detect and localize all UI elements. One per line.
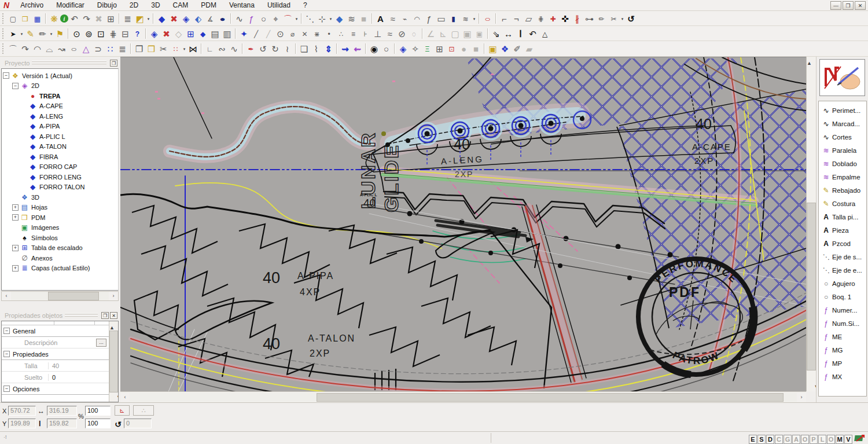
menu-item[interactable]: 2D	[123, 0, 145, 10]
intersect-dash-button[interactable]: ⋇	[311, 28, 323, 39]
tree-item[interactable]: ◆ A-LENG	[2, 111, 118, 122]
tree-item[interactable]: ▣ Imágenes	[2, 223, 118, 233]
node-edit-button[interactable]: ⊹	[316, 13, 328, 24]
piece-point-button[interactable]: ◆	[197, 28, 209, 39]
property-value[interactable]: 40	[49, 362, 109, 369]
canvas-vscrollbar[interactable]: ▲ ▼	[806, 57, 816, 391]
property-row[interactable]: Talla 40	[2, 360, 109, 372]
tool-splice[interactable]: ≋ Empalme	[821, 170, 866, 184]
help-doc-button[interactable]: ?	[131, 28, 144, 39]
corner-round-2-button[interactable]: ↷	[19, 43, 31, 54]
cut-scissors-button[interactable]: ✂	[157, 43, 170, 54]
spacing-table-button[interactable]: ≣	[116, 43, 128, 54]
red-nodes-button[interactable]: ∷	[170, 43, 182, 54]
transform-ref-button[interactable]: ▣	[473, 28, 486, 39]
x-coordinate-field[interactable]: 570.72	[8, 406, 36, 416]
tree-item[interactable]: + ▤ Hojas	[2, 203, 118, 213]
tool-num-si[interactable]: ƒ Num.Si...	[821, 317, 866, 330]
menu-item[interactable]: Dibujo	[91, 0, 123, 10]
axis-point-button[interactable]: ⌀	[286, 28, 299, 39]
wave-small-button[interactable]: ≈	[384, 28, 396, 39]
scroll-thumb[interactable]	[807, 203, 816, 370]
zoom-x-field[interactable]: 100	[85, 406, 111, 416]
tree-expand-toggle[interactable]: +	[12, 265, 19, 271]
scroll-down-arrow-icon[interactable]: ▼	[115, 393, 119, 402]
panel-dock-button[interactable]: ❐	[110, 60, 117, 67]
new-file-button[interactable]: ▢	[7, 13, 19, 24]
mode-letter-toggle[interactable]: V	[844, 435, 852, 444]
wave-arrows-button[interactable]: ≀	[281, 43, 293, 54]
ruler-marks-button[interactable]: ⋕	[535, 13, 547, 24]
property-row[interactable]: − Propiedades	[2, 348, 109, 360]
magnify-light-button[interactable]: ○	[380, 43, 392, 54]
d-mark-button[interactable]: ⊃	[92, 43, 104, 54]
pin-button[interactable]: ✦	[238, 28, 250, 39]
menu-item[interactable]: Ventana	[223, 0, 261, 10]
mode-letter-toggle[interactable]: C	[775, 435, 783, 444]
node-edit-caret[interactable]: ▾	[328, 13, 333, 24]
copy-button[interactable]: ❐	[133, 43, 145, 54]
piece-prev-button[interactable]: ◇	[172, 28, 185, 39]
panel-dock-button[interactable]: ❐	[101, 312, 109, 319]
step-line-button[interactable]: ∟	[204, 43, 216, 54]
scroll-right-arrow-icon[interactable]: ›	[797, 393, 806, 402]
diamond-fill-button[interactable]: ◆	[333, 13, 345, 24]
piece-gray-button[interactable]: ■	[470, 43, 482, 54]
close-loop-button[interactable]: ↻	[269, 43, 281, 54]
zoom-window-button[interactable]: ⊙	[71, 28, 83, 39]
form-window-button[interactable]: ⊞	[433, 43, 446, 54]
menu-item[interactable]: Archivo	[14, 0, 50, 10]
concentric-button[interactable]: ⊙	[274, 28, 286, 39]
tree-expand-toggle[interactable]: +	[12, 204, 19, 211]
corner-trim-2-button[interactable]: ¬	[510, 13, 523, 24]
rotate-reset-button[interactable]: ↺	[625, 13, 637, 24]
wave-2-caret[interactable]: ▾	[472, 13, 477, 24]
property-value[interactable]: 0	[49, 374, 109, 381]
section-collapse-icon[interactable]: −	[3, 386, 10, 392]
wave-adjust-button[interactable]: ≋	[345, 13, 358, 24]
scroll-thumb[interactable]	[109, 331, 118, 392]
scroll-up-arrow-icon[interactable]: ▲	[807, 60, 812, 66]
center-point-button[interactable]: ⌖	[270, 13, 282, 24]
sketch-shoe-button[interactable]: ✐	[511, 43, 523, 54]
trapezoid-tool-button[interactable]: ▱	[523, 13, 535, 24]
diamond-updown-button[interactable]: ⇕	[322, 43, 334, 54]
collapse-nodes-button[interactable]: ⋈	[187, 43, 199, 54]
corner-trim-1-button[interactable]: ⌐	[498, 13, 510, 24]
tree-item[interactable]: ◆ A-CAPE	[2, 101, 118, 112]
paste-button[interactable]: ❒	[145, 43, 157, 54]
mode-letter-toggle[interactable]: O	[801, 435, 809, 444]
arrow-wave-detach-button[interactable]: ⇜	[351, 43, 363, 54]
connect-tool-button[interactable]: ⊶	[583, 13, 595, 24]
table-cols-button[interactable]: ▥	[221, 28, 233, 39]
corner-round-4-button[interactable]: ⌓	[43, 43, 56, 54]
table-rows-button[interactable]: ▤	[209, 28, 221, 39]
point-single-button[interactable]: •	[323, 28, 335, 39]
width-dim-button[interactable]: ↔	[502, 28, 514, 39]
tree-item[interactable]: + ❒ PDM	[2, 212, 118, 223]
select-cursor-button[interactable]: ➤	[7, 28, 19, 39]
blob-gray-button[interactable]: ●	[458, 43, 470, 54]
panel-grip[interactable]	[65, 313, 98, 317]
undo-button[interactable]: ↶	[68, 13, 80, 24]
skeleton-button[interactable]: ⌇	[310, 43, 322, 54]
toolbar-grip[interactable]	[2, 43, 5, 54]
rivet-button[interactable]: ◌	[408, 28, 420, 39]
mode-letter-toggle[interactable]: G	[784, 435, 792, 444]
close-button[interactable]: ✕	[855, 1, 866, 10]
grading-table-button[interactable]: ⊾	[115, 405, 130, 416]
intersect-button[interactable]: ✕	[299, 28, 311, 39]
rect-select-button[interactable]: ▣	[461, 28, 473, 39]
shape-gray-button[interactable]: ▰	[523, 43, 535, 54]
piece-delete-button[interactable]: ✖	[168, 13, 180, 24]
construction-line-button[interactable]: ⋱	[304, 13, 316, 24]
circle-tool-button[interactable]: ○	[258, 13, 270, 24]
move-points-button[interactable]: ∷	[104, 43, 116, 54]
tool-hole[interactable]: ○ Agujero	[821, 277, 866, 290]
tool-number[interactable]: ƒ Numer...	[821, 303, 866, 317]
point-on-line-button[interactable]: ╱	[250, 28, 262, 39]
tool-parallel[interactable]: ≋ Paralela	[821, 144, 866, 157]
corner-arc-button[interactable]: ◠	[411, 13, 423, 24]
ellipse-mark-button[interactable]: ○	[65, 43, 82, 54]
info-button[interactable]: i	[60, 14, 68, 23]
